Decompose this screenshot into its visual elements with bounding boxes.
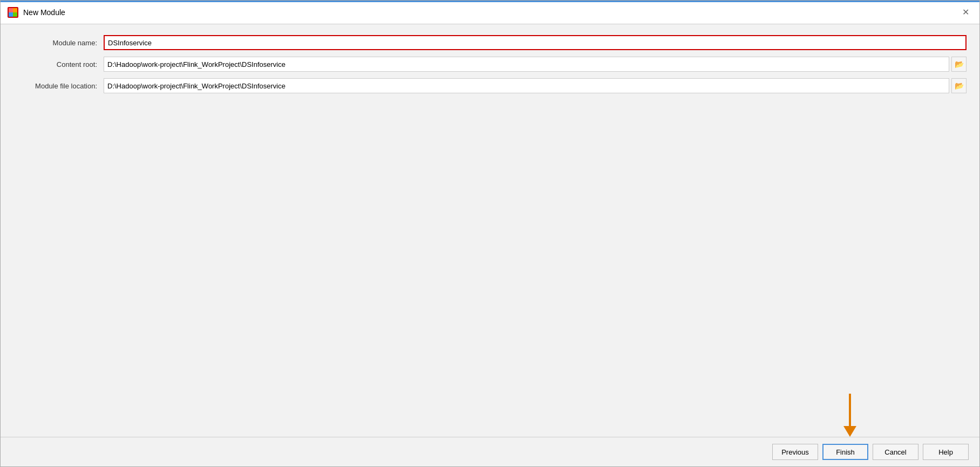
dialog-title: New Module	[23, 8, 65, 17]
content-area: Module name: Content root: 📂 Module file…	[1, 24, 979, 437]
module-file-location-row: Module file location: 📂	[13, 78, 967, 93]
folder-icon: 📂	[955, 60, 964, 68]
module-name-label: Module name:	[13, 39, 97, 47]
module-file-location-label: Module file location:	[13, 82, 97, 90]
content-root-input-wrapper: 📂	[104, 57, 967, 72]
arrow-head	[843, 426, 856, 437]
arrow-indicator	[843, 394, 856, 437]
arrow-shaft	[849, 394, 851, 426]
svg-rect-4	[13, 12, 17, 17]
cancel-button[interactable]: Cancel	[873, 444, 918, 460]
module-name-input-wrapper	[104, 35, 967, 50]
bottom-bar: Previous Finish Cancel Help	[1, 437, 979, 466]
previous-button[interactable]: Previous	[772, 444, 818, 460]
help-button[interactable]: Help	[923, 444, 969, 460]
new-module-dialog: New Module ✕ Module name: Content root: …	[0, 0, 980, 467]
app-icon	[7, 6, 19, 18]
content-root-row: Content root: 📂	[13, 57, 967, 72]
module-file-location-browse-button[interactable]: 📂	[951, 78, 967, 93]
content-root-label: Content root:	[13, 60, 97, 68]
title-bar: New Module ✕	[1, 1, 979, 24]
module-name-input[interactable]	[104, 35, 967, 50]
folder-icon-2: 📂	[955, 81, 964, 90]
svg-rect-2	[13, 8, 17, 12]
svg-rect-3	[9, 12, 13, 17]
close-button[interactable]: ✕	[958, 5, 973, 20]
module-name-row: Module name:	[13, 35, 967, 50]
content-root-input[interactable]	[104, 57, 949, 72]
title-bar-left: New Module	[7, 6, 65, 18]
module-file-location-input[interactable]	[104, 78, 949, 93]
module-file-location-input-wrapper: 📂	[104, 78, 967, 93]
svg-rect-1	[9, 8, 13, 12]
finish-button[interactable]: Finish	[822, 444, 868, 460]
content-root-browse-button[interactable]: 📂	[951, 57, 967, 72]
content-spacer	[13, 100, 967, 426]
top-accent-bar	[1, 1, 979, 2]
